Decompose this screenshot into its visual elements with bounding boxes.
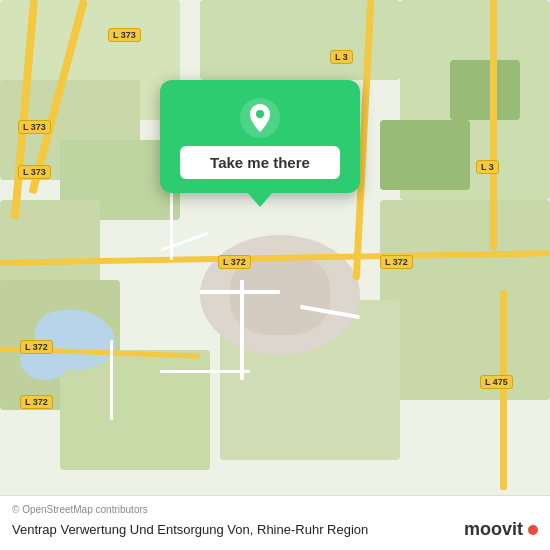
moovit-logo: moovit: [464, 519, 538, 540]
road-badge-l475: L 475: [480, 375, 513, 389]
green-area-9: [380, 200, 550, 400]
road-l3-2: [490, 0, 497, 250]
small-road-1: [240, 280, 244, 380]
road-badge-l3-top: L 3: [330, 50, 353, 64]
road-badge-l3-right: L 3: [476, 160, 499, 174]
bottom-bar: © OpenStreetMap contributors Ventrap Ver…: [0, 495, 550, 550]
map-attribution: © OpenStreetMap contributors: [12, 504, 538, 515]
small-road-6: [110, 340, 113, 420]
moovit-text: moovit: [464, 519, 523, 540]
road-badge-l372-mid1: L 372: [218, 255, 251, 269]
take-me-there-button[interactable]: Take me there: [180, 146, 340, 179]
road-badge-l373-mid: L 373: [18, 120, 51, 134]
road-badge-l373-bot: L 373: [18, 165, 51, 179]
road-badge-l372-mid2: L 372: [380, 255, 413, 269]
place-name-text: Ventrap Verwertung Und Entsorgung Von, R…: [12, 522, 368, 537]
road-l475: [500, 290, 507, 490]
road-badge-l373-top: L 373: [108, 28, 141, 42]
small-road-7: [160, 370, 250, 373]
small-road-5: [170, 190, 173, 260]
small-road-2: [200, 290, 280, 294]
location-pin-icon: [240, 98, 280, 138]
forest-area-2: [450, 60, 520, 120]
moovit-dot: [528, 525, 538, 535]
popup-card: Take me there: [160, 80, 360, 193]
map-container: L 373 L 373 L 373 L 3 L 3 L 372 L 372 L …: [0, 0, 550, 550]
svg-point-1: [256, 110, 264, 118]
forest-area-1: [380, 120, 470, 190]
road-badge-l372-bl1: L 372: [20, 340, 53, 354]
road-badge-l372-bl2: L 372: [20, 395, 53, 409]
